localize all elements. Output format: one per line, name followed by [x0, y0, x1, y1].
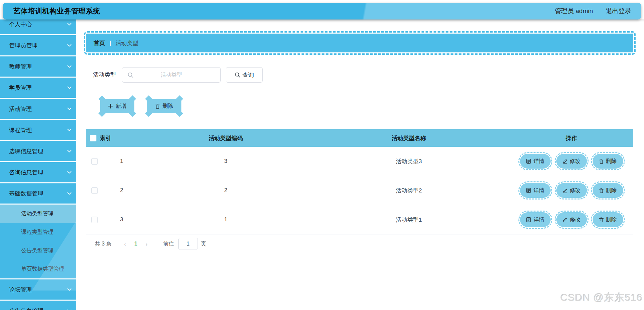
sidebar-item-label: 公告信息管理: [9, 307, 43, 310]
chevron-down-icon: [67, 288, 72, 291]
logout-button[interactable]: 退出登录: [606, 7, 631, 15]
document-icon: [526, 159, 531, 164]
detail-button-label: 详情: [533, 158, 544, 165]
table-row: 2 2 活动类型2 详情 修改 删除: [86, 176, 633, 205]
chevron-down-icon: [67, 44, 72, 47]
chevron-down-icon: [67, 129, 72, 132]
current-user-label: 管理员 admin: [555, 7, 593, 15]
breadcrumb: 首页 | 活动类型: [86, 34, 633, 52]
main-content: 首页 | 活动类型 活动类型 查询 新增 删除: [76, 19, 644, 310]
cell-name: 活动类型1: [396, 216, 422, 224]
corner-spike-decoration: [176, 95, 183, 102]
cell-code: 2: [224, 187, 227, 194]
query-button-label: 查询: [243, 71, 254, 79]
corner-spike-decoration: [129, 95, 136, 102]
page-input[interactable]: [178, 238, 198, 250]
trash-icon: [599, 188, 604, 193]
document-icon: [526, 217, 531, 222]
search-input[interactable]: [122, 67, 220, 83]
edit-button[interactable]: 修改: [556, 154, 587, 169]
app-header: 艺体培训机构业务管理系统 管理员 admin 退出登录: [3, 3, 641, 19]
cell-name: 活动类型3: [396, 158, 422, 165]
page-number-current[interactable]: 1: [134, 241, 137, 247]
edit-button[interactable]: 修改: [556, 183, 587, 198]
page: 艺体培训机构业务管理系统 管理员 admin 退出登录 个人中心 管理员管理 教…: [0, 0, 644, 310]
sidebar-item-label: 学员管理: [9, 84, 32, 92]
table-row: 3 1 活动类型1 详情 修改 删除: [86, 205, 633, 234]
search-label: 活动类型: [93, 67, 116, 83]
corner-spike-decoration: [145, 95, 152, 102]
search-icon: [235, 72, 240, 78]
header-right: 管理员 admin 退出登录: [555, 7, 631, 15]
chevron-down-icon: [67, 171, 72, 174]
sidebar-item-student-management[interactable]: 学员管理: [0, 78, 76, 98]
submenu-item-label: 单页数据类型管理: [21, 266, 64, 273]
pagination: 共 3 条 ‹ 1 › 前往 页: [95, 237, 206, 251]
row-delete-button[interactable]: 删除: [593, 212, 623, 227]
breadcrumb-separator: |: [110, 40, 111, 46]
column-header-actions: 操作: [566, 134, 577, 142]
delete-button-label: 删除: [163, 103, 173, 110]
row-delete-button[interactable]: 删除: [593, 183, 623, 198]
breadcrumb-current: 活动类型: [116, 39, 138, 47]
submenu-item-activity-type-management[interactable]: 活动类型管理: [0, 205, 76, 223]
cell-name: 活动类型2: [396, 187, 422, 194]
table-row: 1 3 活动类型3 详情 修改 删除: [86, 147, 633, 176]
sidebar-item-teacher-management[interactable]: 教师管理: [0, 56, 76, 77]
sidebar-item-personal-center[interactable]: 个人中心: [0, 19, 76, 34]
submenu-item-course-type-management[interactable]: 课程类型管理: [0, 223, 76, 241]
submenu-item-notice-type-management[interactable]: 公告类型管理: [0, 241, 76, 260]
detail-button-label: 详情: [533, 216, 544, 223]
trash-icon: [599, 217, 604, 222]
row-delete-button-label: 删除: [606, 187, 617, 194]
sidebar-item-label: 个人中心: [9, 20, 32, 28]
corner-spike-decoration: [98, 110, 105, 117]
sidebar-item-basic-data-management[interactable]: 基础数据管理: [0, 183, 76, 204]
row-checkbox[interactable]: [91, 187, 98, 194]
page-unit-label: 页: [201, 240, 206, 248]
breadcrumb-home[interactable]: 首页: [94, 39, 105, 47]
row-checkbox[interactable]: [91, 158, 98, 165]
sidebar-item-course-selection-management[interactable]: 选课信息管理: [0, 141, 76, 161]
chevron-down-icon: [67, 86, 72, 89]
sidebar-item-consultation-management[interactable]: 咨询信息管理: [0, 162, 76, 182]
sidebar-item-course-management[interactable]: 课程管理: [0, 120, 76, 140]
detail-button[interactable]: 详情: [520, 183, 551, 198]
pencil-icon: [562, 159, 567, 164]
trash-icon: [155, 104, 160, 109]
delete-button[interactable]: 删除: [147, 99, 181, 113]
add-button[interactable]: 新增: [100, 99, 134, 113]
submenu-item-page-data-type-management[interactable]: 单页数据类型管理: [0, 260, 76, 278]
trash-icon: [599, 159, 604, 164]
sidebar-item-label: 活动管理: [9, 105, 32, 113]
cell-code: 1: [224, 216, 227, 223]
edit-button[interactable]: 修改: [556, 212, 587, 227]
select-all-checkbox[interactable]: [90, 135, 96, 141]
column-header-index: 索引: [100, 134, 111, 142]
detail-button[interactable]: 详情: [520, 154, 551, 169]
chevron-down-icon: [67, 23, 72, 26]
sidebar-item-admin-management[interactable]: 管理员管理: [0, 35, 76, 55]
sidebar-item-activity-management[interactable]: 活动管理: [0, 99, 76, 119]
sidebar-item-notice-info-management[interactable]: 公告信息管理: [0, 301, 76, 310]
corner-spike-decoration: [176, 110, 183, 117]
sidebar-item-forum-management[interactable]: 论坛管理: [0, 279, 76, 300]
row-checkbox[interactable]: [91, 217, 98, 223]
detail-button[interactable]: 详情: [520, 212, 551, 227]
corner-spike-decoration: [129, 110, 136, 117]
document-icon: [526, 188, 531, 193]
prev-page-button[interactable]: ‹: [124, 241, 126, 247]
chevron-down-icon: [67, 65, 72, 68]
sidebar: 个人中心 管理员管理 教师管理 学员管理 活动管理 课程管理 选课信息管理 咨: [0, 19, 76, 310]
edit-button-label: 修改: [570, 158, 581, 165]
submenu-item-label: 公告类型管理: [21, 247, 53, 254]
cell-index: 1: [120, 158, 123, 165]
row-delete-button[interactable]: 删除: [593, 154, 623, 169]
edit-button-label: 修改: [570, 216, 581, 223]
basic-data-submenu: 活动类型管理 课程类型管理 公告类型管理 单页数据类型管理: [0, 205, 76, 278]
sidebar-item-label: 教师管理: [9, 63, 32, 71]
watermark: CSDN @东东516: [560, 291, 643, 305]
next-page-button[interactable]: ›: [146, 241, 147, 247]
cell-code: 3: [224, 158, 227, 165]
query-button[interactable]: 查询: [226, 67, 263, 83]
